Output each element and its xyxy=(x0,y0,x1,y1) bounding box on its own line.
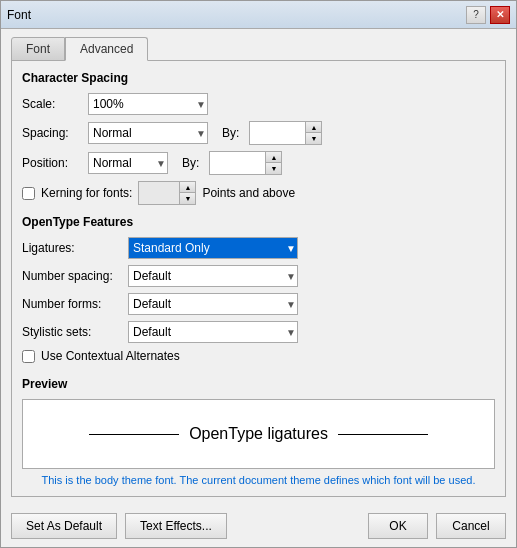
preview-box: OpenType ligatures xyxy=(22,399,495,469)
tabs: Font Advanced xyxy=(11,37,506,61)
number-spacing-label: Number spacing: xyxy=(22,269,122,283)
title-bar-buttons: ? ✕ xyxy=(466,6,510,24)
spacing-label: Spacing: xyxy=(22,126,82,140)
number-forms-select-wrapper: Default Lining Old-style ▼ xyxy=(128,293,298,315)
ligatures-row: Ligatures: Standard Only None Standard a… xyxy=(22,237,495,259)
kerning-suffix: Points and above xyxy=(202,186,295,200)
position-down-btn[interactable]: ▼ xyxy=(266,163,281,174)
ok-button[interactable]: OK xyxy=(368,513,428,539)
set-as-default-button[interactable]: Set As Default xyxy=(11,513,117,539)
font-dialog: Font ? ✕ Font Advanced Character Spacing… xyxy=(0,0,517,548)
contextual-label: Use Contextual Alternates xyxy=(41,349,180,363)
preview-section: Preview OpenType ligatures This is the b… xyxy=(22,377,495,488)
position-by-field[interactable] xyxy=(210,152,265,174)
title-bar: Font ? ✕ xyxy=(1,1,516,29)
text-effects-button[interactable]: Text Effects... xyxy=(125,513,227,539)
tab-font[interactable]: Font xyxy=(11,37,65,61)
kerning-input: ▲ ▼ xyxy=(138,181,196,205)
ligatures-label: Ligatures: xyxy=(22,241,122,255)
stylistic-row: Stylistic sets: Default ▼ xyxy=(22,321,495,343)
kerning-field[interactable] xyxy=(139,182,179,204)
number-forms-row: Number forms: Default Lining Old-style ▼ xyxy=(22,293,495,315)
position-by-input: ▲ ▼ xyxy=(209,151,282,175)
position-select-wrapper: Normal Raised Lowered ▼ xyxy=(88,152,168,174)
ligatures-select[interactable]: Standard Only None Standard and Contextu… xyxy=(128,237,298,259)
kerning-checkbox[interactable] xyxy=(22,187,35,200)
number-forms-select[interactable]: Default Lining Old-style xyxy=(128,293,298,315)
contextual-row: Use Contextual Alternates xyxy=(22,349,495,363)
spacing-by-label: By: xyxy=(222,126,239,140)
contextual-checkbox[interactable] xyxy=(22,350,35,363)
tab-content-advanced: Character Spacing Scale: 100% 80% 90% 11… xyxy=(11,60,506,497)
spacing-spinners: ▲ ▼ xyxy=(305,122,321,144)
position-by-label: By: xyxy=(182,156,199,170)
character-spacing-title: Character Spacing xyxy=(22,71,495,85)
help-button[interactable]: ? xyxy=(466,6,486,24)
scale-select[interactable]: 100% 80% 90% 110% 120% xyxy=(88,93,208,115)
kerning-label: Kerning for fonts: xyxy=(41,186,132,200)
tab-advanced[interactable]: Advanced xyxy=(65,37,148,61)
spacing-row: Spacing: Normal Expanded Condensed ▼ By:… xyxy=(22,121,495,145)
opentype-section: OpenType Features Ligatures: Standard On… xyxy=(22,215,495,369)
spacing-down-btn[interactable]: ▼ xyxy=(306,133,321,144)
spacing-select-wrapper: Normal Expanded Condensed ▼ xyxy=(88,122,208,144)
position-spinners: ▲ ▼ xyxy=(265,152,281,174)
preview-hint: This is the body theme font. The current… xyxy=(22,473,495,488)
footer-left: Set As Default Text Effects... xyxy=(11,513,227,539)
preview-line-right xyxy=(338,434,428,435)
number-spacing-select-wrapper: Default Proportional Tabular ▼ xyxy=(128,265,298,287)
position-label: Position: xyxy=(22,156,82,170)
close-button[interactable]: ✕ xyxy=(490,6,510,24)
stylistic-select-wrapper: Default ▼ xyxy=(128,321,298,343)
position-select[interactable]: Normal Raised Lowered xyxy=(88,152,168,174)
kerning-row: Kerning for fonts: ▲ ▼ Points and above xyxy=(22,181,495,205)
number-spacing-row: Number spacing: Default Proportional Tab… xyxy=(22,265,495,287)
preview-text: OpenType ligatures xyxy=(189,425,328,443)
spacing-up-btn[interactable]: ▲ xyxy=(306,122,321,133)
dialog-footer: Set As Default Text Effects... OK Cancel xyxy=(1,505,516,547)
scale-row: Scale: 100% 80% 90% 110% 120% ▼ xyxy=(22,93,495,115)
preview-title: Preview xyxy=(22,377,495,391)
stylistic-select[interactable]: Default xyxy=(128,321,298,343)
opentype-title: OpenType Features xyxy=(22,215,495,229)
preview-content: OpenType ligatures xyxy=(89,425,428,443)
kerning-spinners: ▲ ▼ xyxy=(179,182,195,204)
number-forms-label: Number forms: xyxy=(22,297,122,311)
stylistic-label: Stylistic sets: xyxy=(22,325,122,339)
scale-select-wrapper: 100% 80% 90% 110% 120% ▼ xyxy=(88,93,208,115)
spacing-by-field[interactable] xyxy=(250,122,305,144)
position-row: Position: Normal Raised Lowered ▼ By: ▲ … xyxy=(22,151,495,175)
scale-label: Scale: xyxy=(22,97,82,111)
spacing-by-input: ▲ ▼ xyxy=(249,121,322,145)
dialog-title: Font xyxy=(7,8,31,22)
position-up-btn[interactable]: ▲ xyxy=(266,152,281,163)
kerning-up-btn[interactable]: ▲ xyxy=(180,182,195,193)
dialog-body: Font Advanced Character Spacing Scale: 1… xyxy=(1,29,516,505)
cancel-button[interactable]: Cancel xyxy=(436,513,506,539)
number-spacing-select[interactable]: Default Proportional Tabular xyxy=(128,265,298,287)
spacing-select[interactable]: Normal Expanded Condensed xyxy=(88,122,208,144)
kerning-down-btn[interactable]: ▼ xyxy=(180,193,195,204)
footer-right: OK Cancel xyxy=(368,513,506,539)
ligatures-select-wrapper: Standard Only None Standard and Contextu… xyxy=(128,237,298,259)
preview-line-left xyxy=(89,434,179,435)
